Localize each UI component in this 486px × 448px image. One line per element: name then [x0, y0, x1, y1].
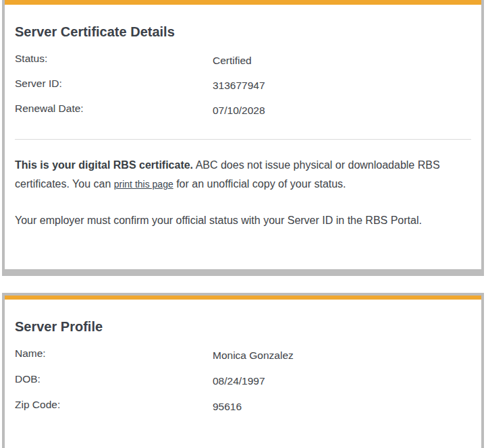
name-value: Monica Gonzalez [213, 346, 294, 362]
divider [15, 139, 471, 140]
profile-card-body: Server Profile Name: Monica Gonzalez DOB… [5, 300, 481, 448]
server-id-label: Server ID: [15, 76, 213, 92]
renewal-date-value: 07/10/2028 [213, 101, 265, 117]
dob-row: DOB: 08/24/1997 [15, 372, 471, 388]
zip-code-label: Zip Code: [15, 397, 213, 414]
employer-note: Your employer must confirm your official… [15, 211, 468, 230]
certificate-card-title: Server Certificate Details [15, 24, 471, 40]
name-row: Name: Monica Gonzalez [15, 346, 471, 362]
status-row: Status: Certified [15, 51, 471, 67]
card-accent-bar [5, 0, 481, 5]
zip-code-row: Zip Code: 95616 [15, 397, 471, 414]
renewal-date-row: Renewal Date: 07/10/2028 [15, 101, 471, 117]
name-label: Name: [15, 346, 213, 362]
server-id-row: Server ID: 313677947 [15, 76, 471, 92]
certificate-note-after-link: for an unofficial copy of your status. [173, 178, 346, 190]
print-this-page-link[interactable]: print this page [114, 179, 173, 190]
certificate-card-body: Server Certificate Details Status: Certi… [5, 5, 481, 269]
renewal-date-label: Renewal Date: [15, 101, 213, 117]
server-profile-card: Server Profile Name: Monica Gonzalez DOB… [2, 293, 484, 448]
server-certificate-details-card: Server Certificate Details Status: Certi… [2, 0, 484, 276]
certificate-note-bold: This is your digital RBS certificate. [15, 159, 193, 171]
status-label: Status: [15, 51, 213, 67]
dob-value: 08/24/1997 [213, 372, 265, 388]
profile-card-title: Server Profile [15, 318, 471, 335]
server-id-value: 313677947 [213, 76, 265, 92]
certificate-note: This is your digital RBS certificate. AB… [15, 156, 468, 194]
dob-label: DOB: [15, 372, 213, 388]
status-value: Certified [213, 51, 252, 67]
zip-code-value: 95616 [213, 397, 242, 414]
